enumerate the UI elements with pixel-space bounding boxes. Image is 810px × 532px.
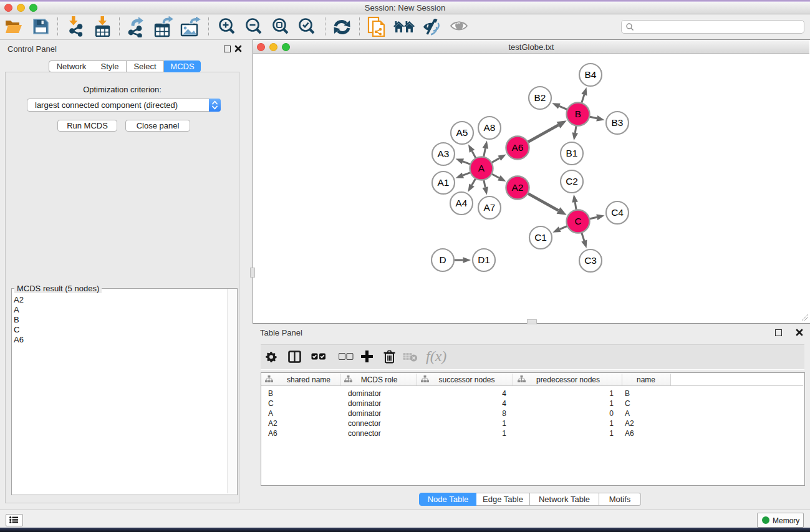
- svg-text:A1: A1: [438, 177, 450, 188]
- svg-text:A3: A3: [438, 148, 450, 159]
- svg-text:A4: A4: [456, 198, 468, 208]
- svg-text:A7: A7: [484, 202, 496, 213]
- svg-text:A2: A2: [512, 182, 524, 193]
- svg-text:B4: B4: [585, 69, 597, 80]
- svg-text:B3: B3: [612, 117, 624, 128]
- svg-text:C2: C2: [566, 176, 578, 186]
- svg-text:A6: A6: [512, 142, 524, 153]
- svg-text:C1: C1: [534, 232, 547, 243]
- svg-text:D: D: [439, 254, 446, 265]
- svg-text:C4: C4: [611, 207, 624, 218]
- svg-text:B2: B2: [534, 92, 546, 103]
- svg-text:A8: A8: [484, 122, 496, 133]
- svg-text:A: A: [478, 163, 485, 173]
- svg-text:D1: D1: [478, 254, 490, 265]
- svg-text:B: B: [575, 109, 581, 119]
- svg-text:A5: A5: [456, 127, 468, 138]
- svg-text:C: C: [574, 216, 581, 226]
- svg-text:B1: B1: [566, 148, 578, 158]
- svg-text:C3: C3: [584, 255, 597, 266]
